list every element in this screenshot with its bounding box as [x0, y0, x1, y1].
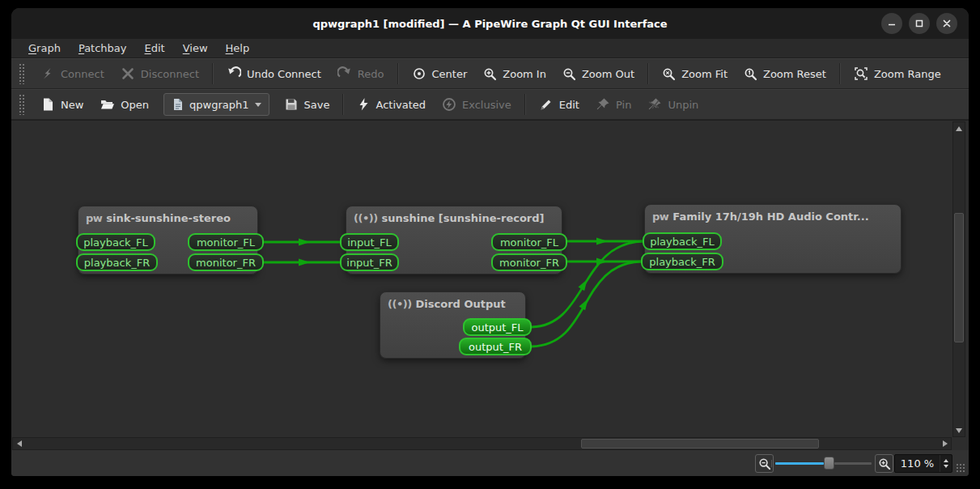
redo-button[interactable]: Redo — [329, 62, 392, 86]
menu-view[interactable]: View — [174, 40, 217, 56]
menu-edit[interactable]: Edit — [136, 40, 174, 56]
undo-icon — [227, 66, 241, 81]
vertical-scrollbar[interactable] — [952, 121, 965, 437]
patchbay-select[interactable]: qpwgraph1 — [163, 93, 269, 116]
toolbar-separator — [212, 63, 214, 84]
zoom-out-icon — [562, 67, 576, 81]
toolbar-separator — [647, 63, 649, 84]
horizontal-scrollbar[interactable] — [12, 437, 952, 450]
statusbar-zoom-in-button[interactable] — [875, 454, 893, 473]
pipewire-icon: pw — [86, 212, 102, 224]
connect-button[interactable]: Connect — [32, 62, 112, 86]
zoom-percent-value: 110 % — [895, 457, 940, 470]
zoom-slider[interactable] — [775, 454, 872, 472]
chevron-down-icon — [255, 103, 261, 110]
toolbar-separator — [839, 63, 841, 84]
zoom-in-icon — [878, 457, 891, 470]
toolbar-graph: Connect Disconnect Undo Connect Redo Cen… — [11, 58, 969, 89]
toolbar-drag-handle[interactable] — [19, 94, 25, 115]
maximize-button[interactable] — [909, 13, 930, 34]
port-discord-output-fr[interactable]: output_FR — [459, 338, 532, 355]
patchbay-file-icon — [172, 98, 184, 111]
zoom-fit-button[interactable]: Zoom Fit — [654, 62, 736, 86]
exclusive-toggle[interactable]: Exclusive — [434, 92, 520, 117]
zoom-reset-button[interactable]: Zoom Reset — [736, 62, 834, 86]
center-icon — [412, 66, 426, 81]
spin-up-icon[interactable] — [944, 457, 948, 462]
maximize-icon — [914, 18, 925, 29]
window-title: qpwgraph1 [modified] — A PipeWire Graph … — [312, 18, 667, 30]
triangle-left-icon — [14, 440, 22, 447]
vertical-scrollbar-thumb[interactable] — [954, 213, 964, 342]
spin-down-icon[interactable] — [944, 465, 948, 470]
open-patchbay-button[interactable]: Open — [91, 92, 157, 117]
scroll-up-button[interactable] — [953, 122, 965, 134]
port-sink-playback-fr[interactable]: playback_FR — [76, 253, 158, 271]
slider-handle[interactable] — [824, 457, 834, 470]
zoom-reset-icon — [744, 67, 757, 81]
menu-patchbay[interactable]: Patchbay — [70, 40, 136, 56]
zoom-percent-spinbox[interactable]: 110 % — [894, 454, 952, 473]
port-sunshine-monitor-fr[interactable]: monitor_FR — [491, 253, 567, 271]
zoom-out-button[interactable]: Zoom Out — [554, 62, 643, 86]
activated-toggle[interactable]: Activated — [349, 92, 434, 117]
toolbar-patchbay: New Open qpwgraph1 Save Activated Exclus… — [11, 89, 969, 120]
port-sunshine-input-fl[interactable]: input_FL — [340, 233, 399, 251]
pin-icon — [596, 97, 610, 112]
menu-help[interactable]: Help — [217, 40, 259, 56]
zoom-range-button[interactable]: Zoom Range — [846, 62, 949, 86]
activated-bolt-icon — [357, 97, 370, 112]
toolbar-separator — [342, 94, 344, 115]
connection-wires — [11, 121, 952, 438]
port-sunshine-monitor-fl[interactable]: monitor_FL — [491, 233, 567, 251]
node-title: Family 17h/19h HD Audio Contr... — [672, 210, 868, 223]
unpin-button[interactable]: Unpin — [639, 92, 706, 117]
zoom-in-button[interactable]: Zoom In — [475, 62, 554, 86]
edit-pencil-icon — [539, 97, 554, 112]
menu-graph[interactable]: Graph — [19, 40, 70, 56]
minimize-icon — [886, 18, 897, 29]
resize-grip[interactable] — [956, 463, 965, 473]
save-icon — [284, 97, 299, 112]
close-button[interactable] — [936, 13, 957, 34]
statusbar: 110 % — [11, 450, 969, 476]
minimize-button[interactable] — [881, 13, 902, 34]
scroll-right-button[interactable] — [940, 438, 951, 449]
titlebar[interactable]: qpwgraph1 [modified] — A PipeWire Graph … — [11, 8, 969, 39]
scroll-left-button[interactable] — [13, 438, 24, 449]
port-family-playback-fr[interactable]: playback_FR — [641, 253, 723, 270]
disconnect-button[interactable]: Disconnect — [112, 62, 207, 86]
wire-arrow — [299, 239, 310, 246]
menubar: Graph Patchbay Edit View Help — [11, 39, 969, 58]
new-patchbay-button[interactable]: New — [32, 92, 91, 117]
stream-icon: ((•)) — [354, 212, 378, 224]
toolbar-drag-handle[interactable] — [19, 63, 25, 84]
triangle-right-icon — [943, 440, 951, 447]
toolbar-separator — [397, 63, 399, 84]
wire-arrow — [299, 259, 310, 266]
center-button[interactable]: Center — [404, 62, 476, 86]
port-sunshine-input-fr[interactable]: input_FR — [340, 253, 399, 271]
port-sink-monitor-fr[interactable]: monitor_FR — [188, 253, 264, 271]
scroll-down-button[interactable] — [953, 425, 965, 436]
triangle-up-icon — [956, 123, 962, 131]
app-window: qpwgraph1 [modified] — A PipeWire Graph … — [11, 8, 969, 476]
close-icon — [941, 18, 952, 29]
horizontal-scrollbar-thumb[interactable] — [581, 439, 819, 449]
unpin-icon — [647, 97, 662, 112]
window-controls — [881, 13, 957, 34]
node-title: Discord Output — [416, 298, 506, 310]
pin-button[interactable]: Pin — [588, 92, 639, 117]
toolbar-separator — [524, 94, 526, 115]
connect-icon — [40, 66, 55, 81]
port-sink-monitor-fl[interactable]: monitor_FL — [188, 233, 264, 251]
exclusive-bolt-icon — [442, 97, 456, 112]
port-discord-output-fl[interactable]: output_FL — [463, 318, 532, 336]
edit-patchbay-button[interactable]: Edit — [531, 92, 588, 117]
graph-canvas[interactable]: pw sink-sunshine-stereo ((•)) sunshine [… — [11, 120, 969, 450]
open-folder-icon — [100, 97, 115, 112]
save-patchbay-button[interactable]: Save — [276, 92, 338, 117]
port-family-playback-fl[interactable]: playback_FL — [643, 232, 722, 250]
port-sink-playback-fl[interactable]: playback_FL — [76, 233, 155, 251]
undo-connect-button[interactable]: Undo Connect — [218, 62, 329, 86]
